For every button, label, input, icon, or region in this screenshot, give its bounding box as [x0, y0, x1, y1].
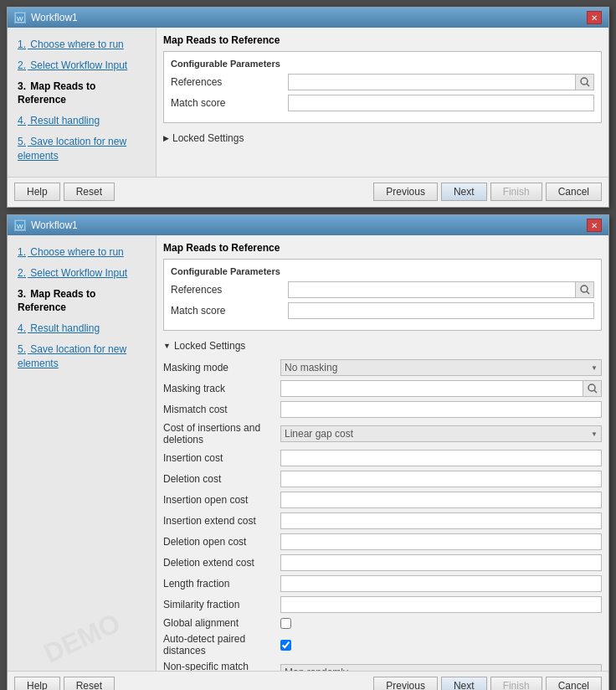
similarity-fraction-label: Similarity fraction: [163, 599, 280, 610]
references-input-2[interactable]: [288, 281, 576, 298]
window-title-1: Workflow1: [31, 12, 78, 23]
match-score-input-1[interactable]: 1: [288, 95, 594, 111]
similarity-fraction-row: Similarity fraction 0.8: [163, 596, 602, 613]
length-fraction-label: Length fraction: [163, 578, 280, 590]
cost-ins-del-arrow: ▼: [591, 430, 598, 438]
insertion-cost-label: Insertion cost: [163, 452, 280, 464]
titlebar-2: W Workflow1 ✕: [8, 215, 608, 235]
sidebar-item-save-2[interactable]: 5. Save location for new elements: [8, 339, 156, 374]
reset-button-2[interactable]: Reset: [64, 677, 115, 690]
masking-track-input[interactable]: [280, 380, 583, 397]
similarity-fraction-input[interactable]: 0.8: [280, 596, 602, 613]
svg-point-8: [588, 384, 595, 391]
insertion-extend-cost-input[interactable]: 1: [280, 512, 602, 529]
locked-section-2[interactable]: ▼ Locked Settings: [163, 337, 602, 354]
bottom-bar-left-2: Help Reset: [14, 677, 115, 690]
sidebar-item-input-2[interactable]: 2. Select Workflow Input: [8, 263, 156, 284]
next-button-2[interactable]: Next: [441, 677, 487, 690]
deletion-cost-label: Deletion cost: [163, 473, 280, 485]
references-input-1[interactable]: [288, 74, 576, 90]
deletion-extend-cost-label: Deletion extend cost: [163, 557, 280, 569]
match-score-label-1: Match score: [171, 97, 288, 109]
mismatch-cost-row: Mismatch cost 2: [163, 401, 602, 418]
help-button-2[interactable]: Help: [14, 677, 60, 690]
titlebar-left-2: W Workflow1: [14, 219, 78, 231]
sidebar-item-input-1[interactable]: 2. Select Workflow Input: [8, 55, 156, 76]
finish-button-1[interactable]: Finish: [490, 183, 542, 201]
non-specific-dropdown[interactable]: Map randomly ▼: [280, 664, 602, 671]
titlebar-1: W Workflow1 ✕: [8, 8, 608, 28]
insertion-cost-input[interactable]: 3: [280, 450, 602, 466]
close-button-2[interactable]: ✕: [587, 219, 602, 232]
svg-text:W: W: [17, 223, 23, 229]
references-input-group-2: [288, 281, 594, 298]
global-alignment-checkbox[interactable]: [280, 618, 291, 629]
sidebar-watermark-2: DEMO: [8, 623, 156, 654]
sidebar-item-result-1[interactable]: 4. Result handling: [8, 111, 156, 131]
auto-detect-checkbox[interactable]: [280, 640, 291, 651]
svg-line-3: [587, 84, 589, 86]
masking-mode-dropdown[interactable]: No masking ▼: [280, 359, 602, 376]
deletion-cost-input[interactable]: 3: [280, 471, 602, 487]
locked-label-1: Locked Settings: [172, 132, 244, 144]
bottom-bar-left-1: Help Reset: [14, 183, 115, 201]
previous-button-1[interactable]: Previous: [373, 183, 438, 201]
insertion-open-cost-label: Insertion open cost: [163, 494, 280, 506]
section-title-1: Map Reads to Reference: [163, 34, 602, 46]
non-specific-row: Non-specific match handling Map randomly…: [163, 661, 602, 671]
locked-label-2: Locked Settings: [174, 340, 245, 352]
deletion-open-cost-input[interactable]: 6: [280, 533, 602, 550]
main-content-1: Map Reads to Reference Configurable Para…: [157, 28, 608, 177]
masking-track-input-group: [280, 380, 602, 397]
match-score-row-2: Match score 1: [171, 302, 594, 319]
group-title-1: Configurable Parameters: [171, 59, 594, 69]
app-icon-1: W: [14, 12, 26, 23]
masking-mode-value: No masking: [285, 362, 337, 373]
sidebar-2: 1. Choose where to run 2. Select Workflo…: [8, 235, 157, 671]
references-browse-btn-2[interactable]: [576, 281, 594, 298]
sidebar-item-choose-2[interactable]: 1. Choose where to run: [8, 242, 156, 263]
references-label-2: References: [171, 284, 288, 296]
sidebar-item-map-2[interactable]: 3. Map Reads to Reference: [8, 284, 156, 319]
previous-button-2[interactable]: Previous: [373, 677, 438, 690]
insertion-extend-cost-label: Insertion extend cost: [163, 515, 280, 527]
finish-button-2[interactable]: Finish: [490, 677, 542, 690]
next-button-1[interactable]: Next: [441, 183, 487, 201]
cost-ins-del-dropdown[interactable]: Linear gap cost ▼: [280, 425, 602, 442]
sidebar-item-result-2[interactable]: 4. Result handling: [8, 318, 156, 339]
cancel-button-2[interactable]: Cancel: [546, 677, 602, 690]
insertion-open-cost-input[interactable]: 6: [280, 492, 602, 508]
masking-track-browse-btn[interactable]: [583, 380, 602, 397]
references-label-1: References: [171, 76, 288, 88]
masking-mode-label: Masking mode: [163, 362, 280, 373]
reset-button-1[interactable]: Reset: [64, 183, 115, 201]
locked-section-1[interactable]: ▶ Locked Settings: [163, 130, 602, 147]
sidebar-item-map-1[interactable]: 3. Map Reads to Reference: [8, 76, 156, 111]
masking-track-label: Masking track: [163, 383, 280, 394]
auto-detect-row: Auto-detect paired distances: [163, 633, 602, 657]
window-title-2: Workflow1: [31, 219, 78, 231]
references-row-1: References: [171, 74, 594, 90]
window-1: W Workflow1 ✕ 1. Choose where to run 2. …: [7, 7, 609, 208]
mismatch-cost-label: Mismatch cost: [163, 404, 280, 415]
window-body-1: 1. Choose where to run 2. Select Workflo…: [8, 28, 608, 177]
match-score-input-2[interactable]: 1: [288, 302, 594, 319]
global-alignment-label: Global alignment: [163, 617, 280, 629]
deletion-cost-row: Deletion cost 3: [163, 471, 602, 487]
references-input-group-1: [288, 74, 594, 90]
help-button-1[interactable]: Help: [14, 183, 60, 201]
deletion-open-cost-row: Deletion open cost 6: [163, 533, 602, 550]
bottom-bar-right-1: Previous Next Finish Cancel: [373, 183, 602, 201]
window-2: W Workflow1 ✕ 1. Choose where to run 2. …: [7, 214, 609, 690]
cancel-button-1[interactable]: Cancel: [546, 183, 602, 201]
main-content-2: Map Reads to Reference Configurable Para…: [157, 235, 608, 671]
length-fraction-input[interactable]: 0.5: [280, 575, 602, 592]
mismatch-cost-input[interactable]: 2: [280, 401, 602, 418]
global-alignment-row: Global alignment: [163, 617, 602, 629]
references-browse-btn-1[interactable]: [576, 74, 594, 90]
sidebar-item-choose-1[interactable]: 1. Choose where to run: [8, 34, 156, 55]
deletion-extend-cost-input[interactable]: 1: [280, 554, 602, 571]
app-icon-2: W: [14, 219, 26, 231]
close-button-1[interactable]: ✕: [587, 11, 602, 24]
sidebar-item-save-1[interactable]: 5. Save location for new elements: [8, 131, 156, 167]
